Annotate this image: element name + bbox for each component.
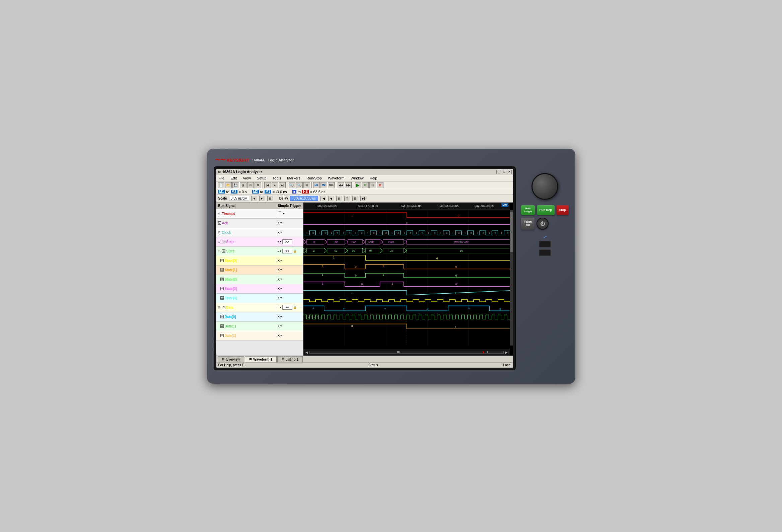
tb5[interactable]: ⚙ bbox=[254, 182, 261, 188]
data-lock[interactable]: 🔒 bbox=[293, 306, 297, 309]
delay-nav1[interactable]: |◀ bbox=[320, 196, 326, 201]
data-trigger[interactable]: = ▾ 🔒 bbox=[276, 304, 303, 310]
touch-off-button[interactable]: TouchOff bbox=[521, 218, 534, 230]
state2-trigger-input[interactable] bbox=[282, 249, 292, 254]
trig-btn[interactable]: Tris bbox=[328, 182, 334, 188]
nav-track[interactable] bbox=[310, 351, 504, 353]
data-trigger-input[interactable] bbox=[282, 305, 292, 310]
delay-nav4[interactable]: T bbox=[344, 196, 350, 201]
tb4[interactable]: ⚙ bbox=[247, 182, 254, 188]
menu-edit[interactable]: Edit bbox=[229, 176, 238, 181]
state1-eq-dropdown[interactable]: ▾ bbox=[280, 240, 282, 243]
delay-nav6[interactable]: ▶| bbox=[360, 196, 366, 201]
delay-nav3[interactable]: ⊞ bbox=[336, 196, 342, 201]
zoom-fit[interactable]: ⊞ bbox=[304, 182, 310, 188]
run2-btn[interactable]: ↺ bbox=[362, 182, 369, 188]
delay-nav5[interactable]: ⊟ bbox=[352, 196, 358, 201]
goto-end[interactable]: ▶| bbox=[279, 182, 286, 188]
delay-nav2[interactable]: ◀ bbox=[328, 196, 334, 201]
menu-help[interactable]: Help bbox=[369, 176, 379, 181]
minimize-button[interactable]: _ bbox=[496, 170, 501, 174]
data1-dropdown[interactable]: ▾ bbox=[280, 325, 282, 328]
state4-trigger[interactable]: X ▾ bbox=[276, 296, 303, 301]
zoom-in[interactable]: 🔍+ bbox=[289, 182, 295, 188]
stop2-btn[interactable]: ⊠ bbox=[377, 182, 384, 188]
svg-text:Start: Start bbox=[351, 240, 357, 244]
svg-text:1: 1 bbox=[455, 291, 456, 295]
next-edge[interactable]: ▶▶ bbox=[345, 182, 352, 188]
stop-button[interactable]: Stop bbox=[557, 205, 569, 215]
power-button[interactable]: ⏻ bbox=[536, 218, 548, 230]
scale-value[interactable]: 3.35 ns/div bbox=[229, 196, 249, 201]
menu-markers[interactable]: Markers bbox=[286, 176, 301, 181]
data0-x: X bbox=[278, 315, 280, 319]
scale-fit[interactable]: ⊞ bbox=[267, 196, 273, 201]
state4-dropdown[interactable]: ▾ bbox=[280, 296, 282, 300]
nav-start[interactable]: |◀ bbox=[304, 350, 309, 354]
data2-trigger[interactable]: X ▾ bbox=[276, 333, 303, 338]
timeline-bar: -536.623738 us -536.617038 us -536.61033… bbox=[304, 202, 510, 210]
data0-dropdown[interactable]: ▾ bbox=[280, 315, 282, 318]
menu-setup[interactable]: Setup bbox=[256, 176, 268, 181]
save-button[interactable]: 💾 bbox=[233, 182, 239, 188]
menu-runstop[interactable]: Run/Stop bbox=[306, 176, 323, 181]
run-btn[interactable]: ▶ bbox=[355, 182, 361, 188]
clock-trigger-dropdown[interactable]: ▾ bbox=[280, 231, 282, 234]
prev-edge[interactable]: ◀◀ bbox=[337, 182, 344, 188]
menu-window[interactable]: Window bbox=[350, 176, 365, 181]
close-button[interactable]: ✕ bbox=[507, 170, 512, 174]
menu-tools[interactable]: Tools bbox=[272, 176, 282, 181]
timeout-trigger[interactable]: ⌒ ▾ bbox=[276, 210, 303, 217]
scrollbar-vertical[interactable] bbox=[510, 210, 513, 345]
data1-trigger[interactable]: X ▾ bbox=[276, 324, 303, 329]
main-knob[interactable] bbox=[532, 173, 558, 200]
menu-view[interactable]: View bbox=[242, 176, 252, 181]
state2b-trigger[interactable]: X ▾ bbox=[276, 277, 303, 282]
state1-trigger[interactable]: = ▾ bbox=[276, 239, 303, 245]
data-expand[interactable]: ⊟ bbox=[218, 306, 220, 309]
tab-waveform1[interactable]: ⊞ Waveform-1 bbox=[245, 356, 277, 362]
run-rep-button[interactable]: Run Rep bbox=[537, 205, 555, 215]
state2-trigger[interactable]: = ▾ 🔒 bbox=[276, 248, 303, 254]
new-button[interactable]: 📄 bbox=[218, 182, 224, 188]
waveform-display[interactable]: -536.623738 us -536.617038 us -536.61033… bbox=[304, 202, 513, 355]
state2-lock[interactable]: 🔒 bbox=[293, 250, 297, 253]
m1-btn[interactable]: M1 bbox=[313, 182, 320, 188]
print-button[interactable]: 🖨 bbox=[240, 182, 247, 188]
tab-listing1[interactable]: ⊞ Listing-1 bbox=[277, 356, 303, 362]
scrollbar-thumb-v[interactable] bbox=[510, 212, 513, 253]
data2-dropdown[interactable]: ▾ bbox=[280, 334, 282, 337]
trigger-dropdown-icon[interactable]: ▾ bbox=[283, 212, 285, 215]
state1b-trigger[interactable]: X ▾ bbox=[276, 267, 303, 272]
nav-end[interactable]: ▶| bbox=[504, 350, 509, 354]
state2-expand[interactable]: ⊟ bbox=[218, 250, 220, 253]
zoom-out[interactable]: 🔍- bbox=[296, 182, 303, 188]
stop-btn[interactable]: ⊡ bbox=[369, 182, 376, 188]
goto-trigger[interactable]: ▲ bbox=[272, 182, 278, 188]
maximize-button[interactable]: □ bbox=[502, 170, 506, 174]
menu-waveform[interactable]: Waveform bbox=[327, 176, 346, 181]
delay-value[interactable]: -536.610338 us bbox=[290, 196, 318, 201]
state1b-dropdown[interactable]: ▾ bbox=[280, 268, 282, 271]
ack-trigger-dropdown[interactable]: ▾ bbox=[280, 221, 282, 225]
data-eq-dropdown[interactable]: ▾ bbox=[280, 306, 282, 309]
scale-dec[interactable]: ◂ bbox=[251, 196, 257, 201]
state0-trigger[interactable]: X ▾ bbox=[276, 258, 303, 263]
goto-start[interactable]: |◀ bbox=[264, 182, 271, 188]
ack-trigger[interactable]: X ▾ bbox=[276, 221, 303, 226]
state3-trigger[interactable]: X ▾ bbox=[276, 286, 303, 291]
state3-dropdown[interactable]: ▾ bbox=[280, 287, 282, 290]
data0-trigger[interactable]: X ▾ bbox=[276, 314, 303, 319]
state1-expand[interactable]: ⊟ bbox=[218, 240, 220, 243]
state2-eq-dropdown[interactable]: ▾ bbox=[280, 250, 282, 253]
state2b-dropdown[interactable]: ▾ bbox=[280, 277, 282, 281]
m2-btn[interactable]: M2 bbox=[320, 182, 327, 188]
clock-trigger[interactable]: X ▾ bbox=[276, 230, 303, 235]
tab-overview[interactable]: ⊞ Overview bbox=[218, 356, 245, 362]
state1-trigger-input[interactable] bbox=[282, 239, 292, 244]
open-button[interactable]: 📂 bbox=[225, 182, 232, 188]
run-single-button[interactable]: RunSingle bbox=[521, 205, 534, 215]
state0-dropdown[interactable]: ▾ bbox=[280, 259, 282, 262]
menu-file[interactable]: File bbox=[218, 176, 226, 181]
scale-inc[interactable]: ▸ bbox=[259, 196, 265, 201]
